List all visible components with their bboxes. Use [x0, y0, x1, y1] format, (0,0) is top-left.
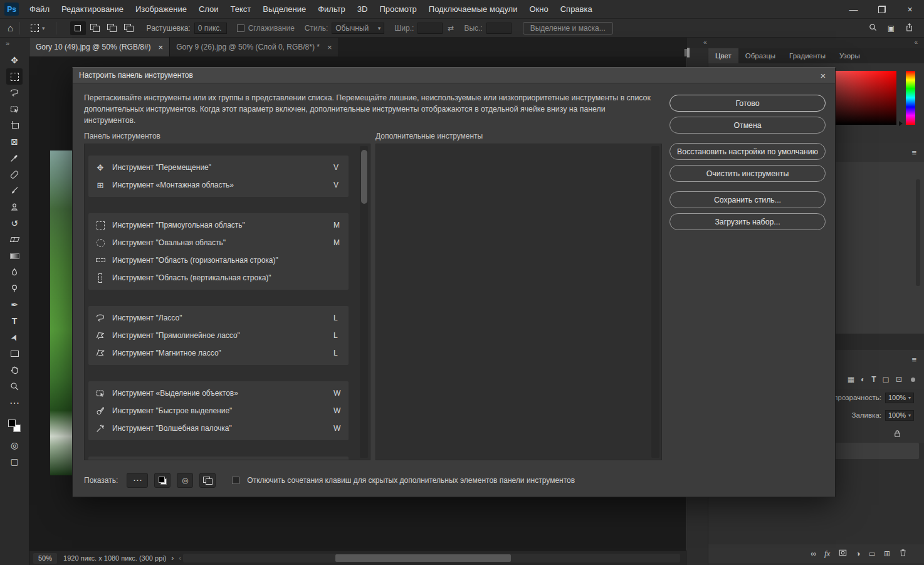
extra-tools-list[interactable]	[375, 144, 662, 460]
blur-tool-button[interactable]	[6, 264, 23, 280]
new-selection-button[interactable]	[70, 21, 86, 35]
lasso-tool-button[interactable]	[6, 85, 23, 101]
edit-toolbar-button[interactable]: ⋯	[6, 394, 23, 411]
frame-tool-button[interactable]: ⊠	[6, 134, 23, 150]
type-tool-button[interactable]: T	[6, 313, 23, 329]
height-input[interactable]	[486, 23, 512, 34]
eraser-tool-button[interactable]	[6, 231, 23, 248]
object-selection-tool-button[interactable]	[6, 101, 23, 117]
tab-gradients[interactable]: Градиенты	[782, 48, 832, 63]
tool-row[interactable]: Инструмент "Прямоугольная область" M	[88, 216, 349, 234]
pixel-filter-icon[interactable]: ▦	[848, 375, 854, 384]
list-scrollbar[interactable]	[651, 146, 659, 458]
tab-patterns[interactable]: Узоры	[832, 48, 867, 63]
rectangle-shape-tool-button[interactable]	[6, 346, 23, 362]
tool-row[interactable]: Инструмент "Область (горизонтальная стро…	[88, 251, 349, 269]
tab-close-icon[interactable]: ×	[159, 43, 164, 52]
screen-mode-button[interactable]: ▢	[6, 453, 23, 470]
toolbar-collapse-icon[interactable]: »	[6, 40, 9, 47]
list-scrollbar-thumb[interactable]	[361, 150, 367, 204]
foreground-color-swatch[interactable]	[8, 420, 16, 427]
tool-row[interactable]: Инструмент "Быстрое выделение" W	[88, 402, 349, 420]
share-icon[interactable]	[905, 23, 914, 34]
dodge-tool-button[interactable]	[6, 280, 23, 297]
intersect-selection-button[interactable]	[121, 21, 137, 35]
tab-swatches[interactable]: Образцы	[738, 48, 782, 63]
horizontal-scrollbar-thumb[interactable]	[335, 554, 511, 562]
minimize-button[interactable]: —	[839, 0, 868, 18]
hue-slider[interactable]	[906, 71, 915, 125]
disable-shortcuts-label[interactable]: Отключить сочетания клавиш для скрытых д…	[247, 476, 575, 485]
shape-filter-icon[interactable]: ▢	[883, 375, 890, 384]
menu-image[interactable]: Изображение	[135, 4, 187, 14]
collapse-panels-icon[interactable]: «	[703, 39, 707, 46]
tool-row[interactable]: Инструмент "Овальная область" M	[88, 234, 349, 251]
rectangular-marquee-tool-button[interactable]	[6, 68, 23, 85]
feather-input[interactable]: 0 пикс.	[194, 23, 227, 34]
delete-layer-icon[interactable]	[898, 548, 908, 559]
move-tool-button[interactable]: ✥	[6, 52, 23, 68]
menu-view[interactable]: Просмотр	[379, 4, 416, 14]
collapsed-panel-icon-2[interactable]	[688, 48, 690, 58]
tool-row[interactable]: Инструмент "Область (вертикальная строка…	[88, 269, 349, 287]
restore-defaults-button[interactable]: Восстановить настройки по умолчанию	[669, 143, 826, 160]
eyedropper-tool-button[interactable]	[6, 150, 23, 166]
toolbar-tools-list[interactable]: ✥ Инструмент "Перемещение" V ⊞ Инструмен…	[84, 144, 370, 460]
document-tab-inactive[interactable]: Gory 9 (26).jpg @ 50% (Слой 0, RGB/8*) *…	[170, 38, 339, 56]
style-dropdown[interactable]: Обычный ▾	[332, 23, 384, 34]
tool-preset-picker[interactable]: ▾	[26, 23, 50, 33]
show-screen-mode-toggle[interactable]	[199, 473, 216, 488]
document-tab-active[interactable]: Gory 10 (49).jpg @ 50% (RGB/8#) ×	[29, 38, 170, 56]
quick-mask-button[interactable]: ◎	[6, 437, 23, 453]
panel-scrollbar[interactable]	[916, 179, 920, 286]
tab-close-icon[interactable]: ×	[327, 43, 332, 52]
show-colors-toggle[interactable]	[154, 473, 171, 488]
tool-row[interactable]: Инструмент "Прямолинейное лассо" L	[88, 327, 349, 344]
color-swatches[interactable]	[8, 420, 21, 432]
link-layers-icon[interactable]: ∞	[811, 549, 816, 558]
layer-mask-icon[interactable]	[838, 548, 848, 559]
dialog-title-bar[interactable]: Настроить панель инструментов ×	[73, 68, 835, 83]
panel-menu-icon[interactable]: ≡	[911, 355, 916, 364]
home-icon[interactable]: ⌂	[8, 23, 13, 33]
smart-object-filter-icon[interactable]: ⊡	[896, 375, 902, 384]
show-ellipsis-toggle[interactable]: ⋯	[127, 473, 148, 488]
load-preset-button[interactable]: Загрузить набор...	[669, 213, 826, 230]
tool-row[interactable]: Инструмент "Волшебная палочка" W	[88, 420, 349, 437]
close-button[interactable]: ×	[896, 0, 924, 18]
menu-help[interactable]: Справка	[560, 4, 592, 14]
dialog-close-icon[interactable]: ×	[817, 70, 829, 81]
menu-window[interactable]: Окно	[529, 4, 548, 14]
crop-tool-button[interactable]	[6, 117, 23, 134]
menu-select[interactable]: Выделение	[263, 4, 306, 14]
tool-row[interactable]: Инструмент "Лассо" L	[88, 309, 349, 327]
menu-edit[interactable]: Редактирование	[61, 4, 123, 14]
gradient-tool-button[interactable]	[6, 248, 23, 264]
cancel-button[interactable]: Отмена	[669, 117, 826, 134]
done-button[interactable]: Готово	[669, 95, 826, 112]
adjustment-filter-icon[interactable]: ◐	[861, 375, 865, 384]
tab-color[interactable]: Цвет	[708, 48, 738, 63]
panel-menu-icon[interactable]: ≡	[911, 148, 916, 157]
workspace-icon[interactable]: ▣	[888, 24, 895, 33]
menu-plugins[interactable]: Подключаемые модули	[429, 4, 518, 14]
opacity-field[interactable]: 100% ▾	[885, 393, 914, 403]
restore-button[interactable]	[868, 0, 896, 18]
fill-field[interactable]: 100% ▾	[885, 410, 914, 421]
subtract-from-selection-button[interactable]	[104, 21, 120, 35]
collapse-panels-icon[interactable]: «	[914, 39, 918, 46]
menu-type[interactable]: Текст	[231, 4, 251, 14]
antialias-toggle[interactable]: Сглаживание	[237, 24, 295, 33]
horizontal-scrollbar[interactable]	[183, 554, 680, 562]
filter-toggle-icon[interactable]	[911, 378, 915, 382]
clone-stamp-tool-button[interactable]	[6, 199, 23, 215]
scroll-left-icon[interactable]: ‹	[179, 554, 181, 562]
tool-row[interactable]: Инструмент "Магнитное лассо" L	[88, 344, 349, 362]
lock-all-button[interactable]	[890, 427, 904, 440]
menu-filter[interactable]: Фильтр	[318, 4, 345, 14]
width-input[interactable]	[417, 23, 443, 34]
new-layer-icon[interactable]: ⊞	[884, 549, 890, 558]
history-brush-tool-button[interactable]: ↺	[6, 215, 23, 231]
save-preset-button[interactable]: Сохранить стиль...	[669, 191, 826, 208]
new-group-icon[interactable]: ▭	[869, 549, 876, 558]
